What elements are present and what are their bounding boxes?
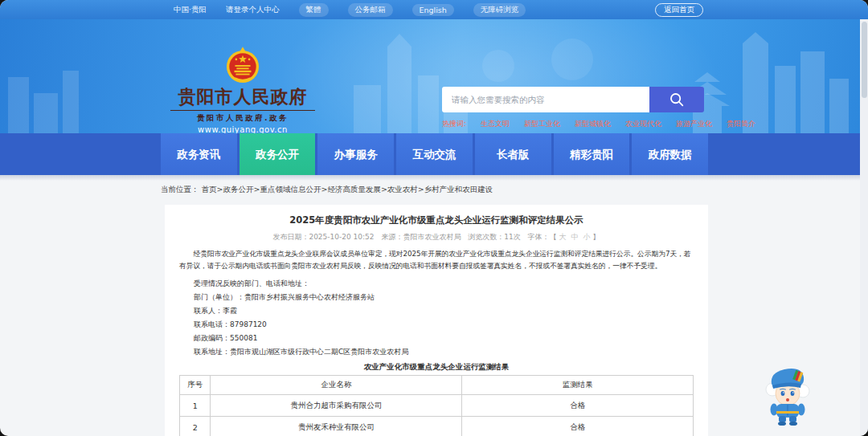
topbar-link-china-guiyang[interactable]: 中国·贵阳 bbox=[174, 5, 207, 15]
article-body: 经贵阳市农业产业化市级重点龙头企业联席会议成员单位审定，现对2025年开展的农业… bbox=[179, 248, 694, 436]
hot-word-1[interactable]: 生态文明 bbox=[481, 119, 510, 129]
nav-item-zhengwu-gongkai[interactable]: 政务公开 bbox=[240, 133, 316, 175]
main-navigation: 政务资讯 政务公开 办事服务 互动交流 长者版 精彩贵阳 政府数据 bbox=[0, 133, 868, 175]
hot-word-3[interactable]: 新型城镇化 bbox=[575, 119, 611, 129]
font-size-suffix: 】 bbox=[593, 233, 600, 241]
hot-words-label: 热搜词: bbox=[442, 119, 466, 129]
contact-line: 邮政编码：550081 bbox=[179, 332, 694, 345]
service-mascot-icon[interactable] bbox=[762, 363, 813, 427]
hot-word-6[interactable]: 贵阳简介 bbox=[727, 119, 755, 129]
hot-word-4[interactable]: 农业现代化 bbox=[625, 119, 661, 129]
contact-line: 联系电话：87987120 bbox=[179, 318, 694, 332]
view-count: 浏览次数：11次 bbox=[468, 233, 520, 241]
contact-line: 受理情况反映的部门、电话和地址： bbox=[179, 277, 694, 291]
font-size-label: 字体：【 bbox=[528, 233, 557, 241]
cell-index: 1 bbox=[180, 395, 211, 417]
return-home-button[interactable]: 返回首页 bbox=[655, 3, 703, 17]
cell-company: 贵州友禾种业有限公司 bbox=[211, 417, 462, 436]
header-banner: 贵阳市人民政府 贵阳市人民政府.政务 www.guiyang.gov.cn 热搜… bbox=[0, 19, 868, 133]
topbar-link-official-mail[interactable]: 公务邮箱 bbox=[348, 3, 393, 17]
col-header-result: 监测结果 bbox=[462, 376, 694, 395]
article-meta: 发布日期：2025-10-20 10:52 来源：贵阳市农业农村局 浏览次数：1… bbox=[179, 232, 694, 242]
contact-line: 联系地址：贵阳市观山湖区市级行政中心二期C区贵阳市农业农村局 bbox=[179, 345, 694, 359]
font-size-medium[interactable]: 中 bbox=[571, 233, 579, 241]
site-url: www.guiyang.gov.cn bbox=[170, 125, 315, 133]
breadcrumb-label: 当前位置： bbox=[161, 185, 199, 194]
nav-item-zhengfu-shuju[interactable]: 政府数据 bbox=[632, 133, 708, 175]
site-subtitle: 贵阳市人民政府.政务 bbox=[170, 110, 315, 124]
scrollbar-track bbox=[860, 19, 868, 436]
col-header-company: 企业名称 bbox=[211, 376, 462, 395]
table-caption: 农业产业化市级重点龙头企业运行监测结果 bbox=[179, 361, 694, 373]
topbar-link-english[interactable]: English bbox=[412, 4, 454, 16]
topbar-link-traditional-chinese[interactable]: 繁體 bbox=[299, 3, 329, 17]
cell-company: 贵州合力超市采购有限公司 bbox=[211, 395, 462, 417]
search-icon bbox=[669, 92, 685, 108]
guiyang-gov-webpage: 中国·贵阳 请登录个人中心 繁體 公务邮箱 English 无障碍浏览 返回首页 bbox=[0, 0, 868, 436]
table-row: 1 贵州合力超市采购有限公司 合格 bbox=[180, 395, 694, 417]
cell-index: 2 bbox=[180, 417, 211, 436]
article-source: 来源：贵阳市农业农村局 bbox=[381, 233, 461, 241]
top-utility-bar: 中国·贵阳 请登录个人中心 繁體 公务邮箱 English 无障碍浏览 返回首页 bbox=[0, 0, 868, 19]
cityscape-silhouette bbox=[0, 29, 868, 133]
monitor-result-table: 序号 企业名称 监测结果 1 贵州合力超市采购有限公司 合格 2 贵州友禾种业有… bbox=[179, 375, 694, 436]
topbar-link-accessibility[interactable]: 无障碍浏览 bbox=[473, 3, 526, 17]
site-logo[interactable]: 贵阳市人民政府 贵阳市人民政府.政务 www.guiyang.gov.cn bbox=[170, 47, 315, 133]
hot-word-2[interactable]: 新型工业化 bbox=[524, 119, 560, 129]
topbar-link-login[interactable]: 请登录个人中心 bbox=[226, 5, 280, 15]
hot-word-5[interactable]: 旅游产业化 bbox=[676, 119, 712, 129]
cell-result: 合格 bbox=[462, 417, 694, 436]
font-size-small[interactable]: 小 bbox=[583, 233, 591, 241]
contact-line: 部门（单位）：贵阳市乡村振兴服务中心农村经济服务站 bbox=[179, 291, 694, 304]
publish-date: 发布日期：2025-10-20 10:52 bbox=[272, 233, 374, 241]
top-links: 中国·贵阳 请登录个人中心 繁體 公务邮箱 English 无障碍浏览 bbox=[174, 3, 526, 17]
table-row: 2 贵州友禾种业有限公司 合格 bbox=[180, 417, 694, 436]
hot-search-words: 热搜词: 生态文明 新型工业化 新型城镇化 农业现代化 旅游产业化 贵阳简介 bbox=[442, 119, 755, 129]
table-header-row: 序号 企业名称 监测结果 bbox=[180, 376, 694, 395]
col-header-index: 序号 bbox=[180, 376, 211, 395]
nav-items: 政务资讯 政务公开 办事服务 互动交流 长者版 精彩贵阳 政府数据 bbox=[161, 133, 708, 175]
nav-item-banshi-fuwu[interactable]: 办事服务 bbox=[317, 133, 394, 175]
article-paragraph: 经贵阳市农业产业化市级重点龙头企业联席会议成员单位审定，现对2025年开展的农业… bbox=[179, 248, 694, 272]
nav-item-jingcai-guiyang[interactable]: 精彩贵阳 bbox=[554, 133, 630, 175]
contact-info: 受理情况反映的部门、电话和地址： 部门（单位）：贵阳市乡村振兴服务中心农村经济服… bbox=[179, 277, 694, 359]
cell-result: 合格 bbox=[462, 395, 694, 417]
article-title: 2025年度贵阳市农业产业化市级重点龙头企业运行监测和评定结果公示 bbox=[179, 211, 694, 227]
breadcrumb-path[interactable]: 首页>政务公开>重点领域信息公开>经济高质量发展>农业农村>乡村产业和农田建设 bbox=[202, 185, 493, 194]
font-size-large[interactable]: 大 bbox=[559, 233, 567, 241]
search-input[interactable] bbox=[442, 87, 649, 112]
breadcrumb: 当前位置： 首页>政务公开>重点领域信息公开>经济高质量发展>农业农村>乡村产业… bbox=[161, 185, 493, 195]
contact-line: 联系人：李霞 bbox=[179, 304, 694, 318]
article-card: 2025年度贵阳市农业产业化市级重点龙头企业运行监测和评定结果公示 发布日期：2… bbox=[165, 205, 708, 436]
national-emblem-icon bbox=[226, 47, 260, 85]
nav-item-zhengwu-zixun[interactable]: 政务资讯 bbox=[161, 133, 237, 175]
nav-item-zhangzheban[interactable]: 长者版 bbox=[475, 133, 551, 175]
site-title: 贵阳市人民政府 bbox=[170, 87, 315, 108]
search-button[interactable] bbox=[649, 87, 704, 112]
nav-item-hudong-jiaoliu[interactable]: 互动交流 bbox=[396, 133, 473, 175]
scrollbar-thumb[interactable] bbox=[862, 22, 867, 98]
search-bar bbox=[442, 87, 704, 112]
